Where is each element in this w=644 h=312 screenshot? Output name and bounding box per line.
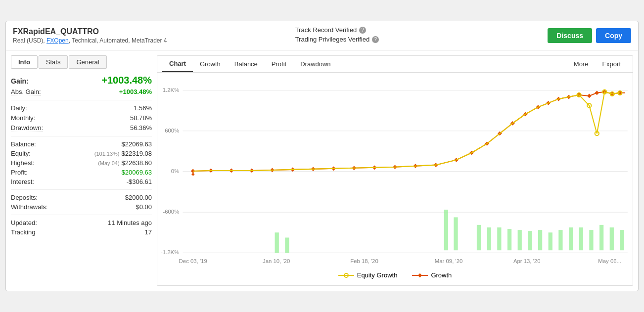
deposits-value: $2000.00 [125, 194, 152, 201]
monthly-row: Monthly: 58.78% [11, 113, 152, 123]
balance-row: Balance: $22069.63 [11, 139, 152, 149]
chart-tab-profit[interactable]: Profit [265, 56, 293, 72]
svg-rect-27 [549, 232, 552, 250]
svg-rect-21 [487, 227, 491, 250]
drawdown-label: Drawdown: [11, 124, 43, 132]
chart-action-more[interactable]: More [567, 56, 596, 72]
balance-label: Balance: [11, 140, 36, 148]
svg-rect-32 [599, 225, 603, 250]
updated-label: Updated: [11, 219, 37, 226]
chart-action-export[interactable]: Export [595, 56, 628, 72]
svg-text:Dec 03, '19: Dec 03, '19 [179, 258, 207, 264]
svg-text:-1.2K%: -1.2K% [161, 249, 179, 255]
divider-2 [11, 136, 152, 136]
discuss-button[interactable]: Discuss [548, 28, 592, 43]
updated-value: 11 Minutes ago [108, 219, 152, 226]
drawdown-row: Drawdown: 56.36% [11, 123, 152, 133]
divider-1 [11, 100, 152, 100]
svg-marker-35 [191, 173, 194, 176]
chart-tab-drawdown[interactable]: Drawdown [293, 56, 337, 72]
gain-row: Gain: +1003.48% [11, 74, 152, 87]
chart-tab-balance[interactable]: Balance [228, 56, 265, 72]
tracking-label: Tracking [11, 228, 35, 236]
svg-text:1.2K%: 1.2K% [163, 87, 179, 93]
highest-row: Highest: (May 04)$22638.60 [11, 158, 152, 168]
svg-rect-25 [528, 231, 532, 250]
track-record-help-icon[interactable]: ? [359, 27, 366, 34]
svg-rect-23 [507, 229, 511, 250]
profit-label: Profit: [11, 169, 28, 176]
chart-tab-chart[interactable]: Chart [162, 56, 193, 72]
header-left: FXRapidEA_QUATTRO Real (USD), FXOpen, Te… [13, 27, 266, 44]
svg-rect-29 [569, 227, 573, 250]
svg-text:Jan 10, '20: Jan 10, '20 [263, 258, 290, 264]
svg-rect-22 [497, 227, 501, 250]
interest-row: Interest: -$306.61 [11, 177, 152, 186]
daily-row: Daily: 1.56% [11, 103, 152, 113]
svg-text:0%: 0% [171, 168, 179, 174]
equity-row: Equity: (101.13%)$22319.08 [11, 149, 152, 158]
svg-rect-74 [418, 273, 422, 277]
divider-4 [11, 215, 152, 215]
fxopen-link[interactable]: FXOpen [46, 37, 69, 44]
svg-rect-28 [558, 230, 562, 250]
tracking-row: Tracking 17 [11, 227, 152, 237]
drawdown-value: 56.36% [130, 124, 152, 132]
header-actions: Discuss Copy [548, 28, 631, 43]
gain-label: Gain: [11, 77, 29, 85]
chart-tab-bar: Chart Growth Balance Profit Drawdown Mor… [157, 56, 633, 73]
copy-button[interactable]: Copy [596, 28, 631, 43]
divider-3 [11, 189, 152, 190]
growth-legend-icon [412, 272, 428, 279]
svg-rect-33 [610, 227, 614, 250]
svg-text:600%: 600% [165, 128, 179, 134]
tab-general[interactable]: General [69, 55, 106, 69]
deposits-row: Deposits: $2000.00 [11, 193, 152, 202]
svg-rect-30 [579, 227, 583, 250]
equity-label: Equity: [11, 150, 31, 157]
tracking-value: 17 [145, 228, 152, 236]
left-panel: Info Stats General Gain: +1003.48% Abs. … [11, 55, 152, 286]
profit-row: Profit: $20069.63 [11, 168, 152, 177]
tab-stats[interactable]: Stats [39, 55, 68, 69]
equity-pct: (101.13%) [94, 151, 120, 157]
abs-gain-value: +1003.48% [119, 88, 152, 95]
main-content: Info Stats General Gain: +1003.48% Abs. … [6, 50, 638, 291]
withdrawals-row: Withdrawals: $0.00 [11, 202, 152, 212]
chart-svg: 1.2K% 600% 0% -600% -1.2K% Dec 03, '19 J… [160, 78, 630, 266]
svg-rect-34 [620, 230, 624, 250]
profit-value: $20069.63 [122, 169, 152, 176]
right-panel: Chart Growth Balance Profit Drawdown Mor… [157, 55, 633, 286]
info-tab-bar: Info Stats General [11, 55, 152, 69]
header: FXRapidEA_QUATTRO Real (USD), FXOpen, Te… [6, 21, 638, 50]
trading-privileges-help-icon[interactable]: ? [372, 36, 379, 43]
tab-info[interactable]: Info [11, 55, 38, 69]
growth-label: Growth [431, 271, 452, 279]
svg-text:Mar 09, '20: Mar 09, '20 [435, 258, 463, 264]
svg-text:May 06...: May 06... [598, 258, 621, 264]
svg-rect-18 [444, 210, 448, 250]
withdrawals-label: Withdrawals: [11, 203, 47, 211]
updated-row: Updated: 11 Minutes ago [11, 218, 152, 227]
info-section: Gain: +1003.48% Abs. Gain: +1003.48% Dai… [11, 74, 152, 237]
highest-label: Highest: [11, 159, 35, 167]
abs-gain-row: Abs. Gain: +1003.48% [11, 87, 152, 97]
svg-text:-600%: -600% [163, 209, 179, 215]
trading-privileges-text: Trading Privileges Verified [295, 36, 370, 43]
chart-tab-growth[interactable]: Growth [193, 56, 228, 72]
track-record-row: Track Record Verified ? [295, 26, 548, 34]
highest-date: (May 04) [98, 160, 119, 166]
daily-label: Daily: [11, 104, 27, 112]
svg-text:Feb 18, '20: Feb 18, '20 [350, 258, 378, 264]
monthly-label: Monthly: [11, 114, 35, 122]
withdrawals-value: $0.00 [136, 203, 152, 211]
svg-rect-60 [587, 94, 592, 98]
svg-rect-31 [589, 230, 593, 250]
svg-text:Apr 13, '20: Apr 13, '20 [513, 258, 541, 264]
interest-label: Interest: [11, 178, 34, 185]
balance-value: $22069.63 [122, 140, 152, 148]
equity-value: (101.13%)$22319.08 [94, 150, 152, 157]
monthly-value: 58.78% [130, 114, 152, 122]
svg-rect-19 [454, 217, 458, 250]
abs-gain-label: Abs. Gain: [11, 88, 41, 96]
